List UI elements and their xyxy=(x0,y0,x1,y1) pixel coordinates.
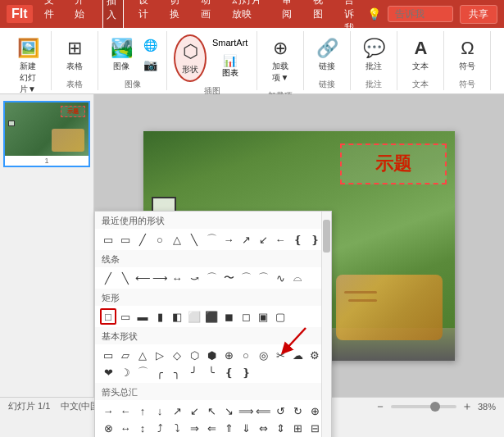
shape-item[interactable]: ↺ xyxy=(272,403,288,419)
shape-item[interactable]: ⬛ xyxy=(203,308,220,325)
tell-me-input[interactable] xyxy=(388,6,453,22)
shape-item[interactable]: ◎ xyxy=(255,347,271,363)
slide-title-box[interactable]: 示题 xyxy=(340,143,447,184)
shape-item[interactable]: ⇔ xyxy=(255,420,271,436)
shape-item[interactable]: ◻ xyxy=(238,308,254,325)
shape-item[interactable]: ⤻ xyxy=(186,270,202,286)
panel-scrollbar[interactable] xyxy=(321,212,331,437)
comment-button[interactable]: 💬 批注 xyxy=(357,34,390,75)
shape-item[interactable]: ⇕ xyxy=(272,420,288,436)
shape-item[interactable]: ⤵ xyxy=(169,420,185,436)
media-button[interactable]: 🔊 媒体 xyxy=(497,34,504,75)
shape-item[interactable]: ↔ xyxy=(117,420,134,436)
shape-item[interactable]: ❴ xyxy=(220,364,237,380)
shape-item[interactable]: ✂ xyxy=(272,347,288,363)
shape-item[interactable]: ▷ xyxy=(152,347,168,363)
chart-button[interactable]: 📊 图表 xyxy=(210,52,250,81)
shape-item[interactable]: ↙ xyxy=(255,231,271,248)
shape-item[interactable]: ❵ xyxy=(238,364,254,380)
shape-item[interactable]: ⌒ xyxy=(203,231,220,248)
shape-item[interactable]: ⌓ xyxy=(289,270,306,286)
shape-item[interactable]: ○ xyxy=(152,231,168,248)
shape-item[interactable]: ↗ xyxy=(238,231,254,248)
shape-item[interactable]: ↖ xyxy=(203,403,220,419)
shape-item[interactable]: ╲ xyxy=(117,270,134,286)
zoom-minus-button[interactable]: － xyxy=(375,399,386,414)
slide-thumbnail-1[interactable]: 示题 1 xyxy=(3,101,90,167)
image-button[interactable]: 🏞️ 图像 xyxy=(105,34,138,75)
shape-item[interactable]: ▭ xyxy=(117,308,134,325)
shape-item[interactable]: ⬢ xyxy=(203,347,220,363)
shape-item[interactable]: ⚙ xyxy=(306,347,323,363)
shape-item[interactable]: ╯ xyxy=(186,364,202,380)
shape-item[interactable]: ❴ xyxy=(289,231,306,248)
link-button[interactable]: 🔗 链接 xyxy=(311,34,343,75)
shape-item[interactable]: ╲ xyxy=(186,231,202,248)
shape-item[interactable]: ↗ xyxy=(169,403,185,419)
shape-item[interactable]: ⟵ xyxy=(134,270,151,286)
shape-item[interactable]: → xyxy=(100,403,116,419)
shape-item[interactable]: ↓ xyxy=(152,403,168,419)
new-slide-button[interactable]: 🖼️ 新建幻灯片▼ xyxy=(11,34,44,98)
shape-item[interactable]: ╮ xyxy=(169,364,185,380)
shape-item[interactable]: ▭ xyxy=(100,347,116,363)
shape-item[interactable]: ▱ xyxy=(117,347,134,363)
smartart-button[interactable]: SmartArt xyxy=(210,35,250,50)
shape-item[interactable]: ↕ xyxy=(134,420,151,436)
shape-item[interactable]: ☽ xyxy=(117,364,134,380)
shapes-button[interactable]: ⬡ 形状 xyxy=(174,34,207,82)
shape-item[interactable]: ↔ xyxy=(169,270,185,286)
shape-item[interactable]: ⌒ xyxy=(255,270,271,286)
shape-item[interactable]: ⌒ xyxy=(134,364,151,380)
online-image-button[interactable]: 🌐 xyxy=(141,36,160,54)
zoom-plus-button[interactable]: ＋ xyxy=(461,399,473,414)
symbol-button[interactable]: Ω 符号 xyxy=(451,34,484,75)
shape-item[interactable]: ╱ xyxy=(134,231,151,248)
shape-item[interactable]: 〜 xyxy=(220,270,237,286)
shape-item[interactable]: ▭ xyxy=(100,231,116,248)
shape-item[interactable]: ⊞ xyxy=(289,420,306,436)
shape-item[interactable]: ╰ xyxy=(203,364,220,380)
shape-item[interactable]: ◧ xyxy=(169,308,185,325)
shape-item[interactable]: ⊟ xyxy=(306,420,323,436)
shape-item[interactable]: ╭ xyxy=(152,364,168,380)
shape-item-selected[interactable]: □ xyxy=(100,308,116,325)
shape-item[interactable]: ↻ xyxy=(289,403,306,419)
shape-item[interactable]: → xyxy=(220,231,237,248)
text-button[interactable]: A 文本 xyxy=(404,34,437,75)
shape-item[interactable]: ↑ xyxy=(134,403,151,419)
shape-item[interactable]: ⌒ xyxy=(203,270,220,286)
shape-item[interactable]: ⇐ xyxy=(203,420,220,436)
shape-item[interactable]: ⇓ xyxy=(238,420,254,436)
shape-item[interactable]: △ xyxy=(169,231,185,248)
shape-item[interactable]: ∿ xyxy=(272,270,288,286)
shape-item[interactable]: △ xyxy=(134,347,151,363)
shape-item[interactable]: ☁ xyxy=(289,347,306,363)
shape-item[interactable]: ⊕ xyxy=(220,347,237,363)
zoom-slider[interactable] xyxy=(391,405,456,408)
shape-item[interactable]: ◇ xyxy=(169,347,185,363)
shape-item[interactable]: ↘ xyxy=(220,403,237,419)
shape-item[interactable]: ○ xyxy=(238,347,254,363)
shape-item[interactable]: ◼ xyxy=(220,308,237,325)
shape-item[interactable]: ↙ xyxy=(186,403,202,419)
shape-item[interactable]: ⟹ xyxy=(238,403,254,419)
shape-item[interactable]: ❤ xyxy=(100,364,116,380)
share-button[interactable]: 共享 xyxy=(460,5,497,24)
shape-item[interactable]: ⟸ xyxy=(255,403,271,419)
shape-item[interactable]: ⤴ xyxy=(152,420,168,436)
shape-item[interactable]: ▣ xyxy=(255,308,271,325)
shape-item[interactable]: ← xyxy=(272,231,288,248)
shape-item[interactable]: ⬡ xyxy=(186,347,202,363)
shapes-panel-scroll[interactable]: 最近使用的形状 ▭ ▭ ╱ ○ △ ╲ ⌒ → ↗ ↙ ← ❴ ❵ 线条 ╱ ╲ xyxy=(95,212,331,437)
addins-button[interactable]: ⊕ 加载项▼ xyxy=(264,34,297,87)
shape-item[interactable]: ▬ xyxy=(134,308,151,325)
shape-item[interactable]: ⇒ xyxy=(186,420,202,436)
table-button[interactable]: ⊞ 表格 xyxy=(58,34,91,75)
shape-item[interactable]: ⌒ xyxy=(238,270,254,286)
shape-item[interactable]: ▭ xyxy=(117,231,134,248)
shape-item[interactable]: ⟶ xyxy=(152,270,168,286)
shape-item[interactable]: ❵ xyxy=(306,231,323,248)
shape-item[interactable]: ⊕ xyxy=(306,403,323,419)
shape-item[interactable]: ⬜ xyxy=(186,308,202,325)
